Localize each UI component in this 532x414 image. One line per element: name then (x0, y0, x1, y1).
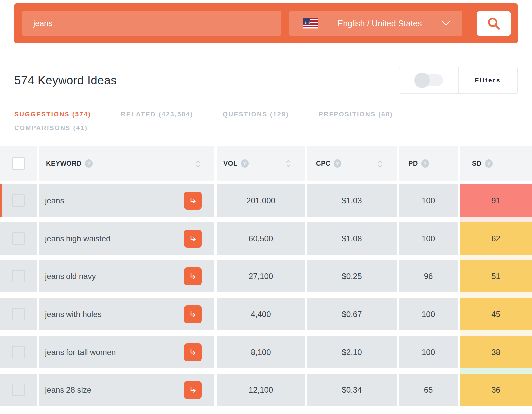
sd-value: 36 (460, 374, 532, 406)
filters-card: Filters (399, 67, 518, 94)
table-row[interactable]: jeans old navy 27,100 $0.25 96 51 (0, 260, 532, 292)
cpc-value: $1.08 (307, 222, 397, 255)
search-bar: English / United States (14, 3, 518, 43)
results-header: 574 Keyword Ideas Filters (14, 67, 518, 94)
row-checkbox[interactable] (12, 194, 25, 207)
divider (408, 110, 408, 119)
table-row[interactable]: jeans high waisted 60,500 $1.08 100 62 (0, 222, 532, 255)
sd-gap-tint (460, 368, 532, 374)
keywords-table: KEYWORD ? VOL ? CPC ? PD ? (0, 146, 532, 406)
select-all-checkbox[interactable] (12, 157, 25, 170)
sort-icon[interactable] (377, 160, 383, 168)
cpc-value: $1.03 (307, 184, 397, 217)
expand-keyword-button[interactable] (184, 305, 202, 323)
search-icon (486, 16, 502, 31)
column-header-vol[interactable]: VOL (223, 160, 238, 167)
branch-arrow-icon (189, 272, 197, 281)
row-checkbox[interactable] (12, 308, 25, 320)
keyword-text: jeans high waisted (45, 234, 110, 243)
keyword-text: jeans old navy (45, 272, 96, 281)
volume-value: 201,000 (217, 184, 305, 217)
table-row[interactable]: jeans with holes 4,400 $0.67 100 45 (0, 298, 532, 330)
cpc-value: $0.67 (307, 298, 397, 330)
sort-icon[interactable] (286, 160, 291, 168)
sd-value: 91 (460, 184, 532, 217)
pd-value: 100 (399, 298, 458, 330)
table-row[interactable]: jeans for tall women 8,100 $2.10 100 38 (0, 336, 532, 368)
help-icon[interactable]: ? (485, 159, 493, 168)
volume-value: 60,500 (217, 222, 305, 255)
help-icon[interactable]: ? (85, 159, 93, 168)
column-header-pd[interactable]: PD (408, 160, 418, 167)
pd-value: 100 (399, 222, 458, 255)
row-checkbox[interactable] (12, 270, 25, 282)
table-header: KEYWORD ? VOL ? CPC ? PD ? (0, 146, 532, 181)
tab-comparisons[interactable]: COMPARISONS (41) (14, 124, 88, 132)
keyword-text: jeans 28 size (45, 385, 91, 395)
tab-prepositions[interactable]: PREPOSITIONS (60) (319, 111, 393, 118)
sd-gap-tint (460, 217, 532, 222)
help-icon[interactable]: ? (421, 159, 429, 168)
expand-keyword-button[interactable] (184, 343, 202, 361)
search-button[interactable] (477, 11, 511, 36)
branch-arrow-icon (189, 310, 197, 319)
cpc-value: $2.10 (307, 336, 397, 368)
keyword-text: jeans with holes (45, 310, 102, 319)
column-header-keyword[interactable]: KEYWORD (46, 160, 82, 167)
branch-arrow-icon (189, 348, 197, 357)
pd-value: 65 (399, 374, 458, 406)
help-icon[interactable]: ? (241, 159, 249, 168)
divider (208, 110, 208, 119)
column-header-sd[interactable]: SD (472, 160, 482, 167)
sd-gap-tint (460, 330, 532, 336)
expand-keyword-button[interactable] (184, 192, 202, 210)
keyword-text: jeans (45, 196, 64, 205)
tab-related[interactable]: RELATED (423,504) (121, 111, 193, 118)
tabs-line-1: SUGGESTIONS (574)RELATED (423,504)QUESTI… (14, 110, 518, 119)
chevron-down-icon (442, 21, 450, 26)
filters-toggle[interactable] (415, 74, 443, 86)
sd-value: 38 (460, 336, 532, 368)
row-checkbox[interactable] (12, 384, 25, 396)
sd-gap-tint (460, 292, 532, 298)
volume-value: 27,100 (217, 260, 305, 292)
volume-value: 12,100 (217, 374, 305, 406)
branch-arrow-icon (189, 196, 197, 205)
pd-value: 100 (399, 184, 458, 217)
column-header-cpc[interactable]: CPC (316, 160, 331, 167)
branch-arrow-icon (189, 234, 197, 243)
volume-value: 4,400 (217, 298, 305, 330)
expand-keyword-button[interactable] (184, 381, 202, 399)
keyword-text: jeans for tall women (45, 348, 116, 357)
us-flag-icon (303, 18, 318, 28)
language-label: English / United States (318, 19, 442, 28)
table-row[interactable]: jeans 28 size 12,100 $0.34 65 36 (0, 374, 532, 406)
volume-value: 8,100 (217, 336, 305, 368)
tab-suggestions[interactable]: SUGGESTIONS (574) (14, 111, 91, 118)
page-title: 574 Keyword Ideas (14, 74, 117, 87)
cpc-value: $0.34 (307, 374, 397, 406)
pd-value: 96 (399, 260, 458, 292)
sd-gap-tint (460, 255, 532, 260)
filters-label[interactable]: Filters (475, 77, 501, 84)
divider (304, 110, 304, 119)
sd-value: 51 (460, 260, 532, 292)
tab-questions[interactable]: QUESTIONS (129) (223, 111, 289, 118)
cpc-value: $0.25 (307, 260, 397, 292)
sd-value: 45 (460, 298, 532, 330)
table-body: jeans 201,000 $1.03 100 91 jeans high wa… (0, 184, 532, 406)
sd-value: 62 (460, 222, 532, 255)
result-tabs: SUGGESTIONS (574)RELATED (423,504)QUESTI… (14, 110, 518, 132)
tabs-line-2: COMPARISONS (41) (14, 124, 518, 132)
branch-arrow-icon (189, 386, 197, 394)
sort-icon[interactable] (195, 160, 200, 168)
language-selector[interactable]: English / United States (289, 11, 462, 36)
row-checkbox[interactable] (12, 346, 25, 358)
search-input[interactable] (22, 11, 281, 36)
expand-keyword-button[interactable] (184, 267, 202, 285)
divider (106, 110, 106, 119)
expand-keyword-button[interactable] (184, 230, 202, 248)
table-row[interactable]: jeans 201,000 $1.03 100 91 (0, 184, 532, 217)
row-checkbox[interactable] (12, 232, 25, 245)
help-icon[interactable]: ? (334, 159, 341, 168)
